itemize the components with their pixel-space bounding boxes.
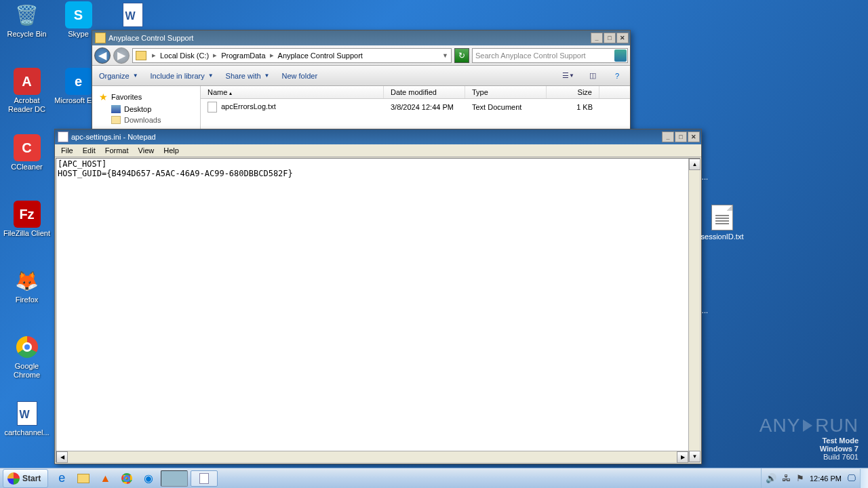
column-name[interactable]: Name ▴ [201,86,384,98]
search-icon[interactable] [614,49,627,62]
taskbar-folder-active[interactable] [161,470,188,487]
anyrun-logo: ANYRUN [760,415,859,436]
scroll-down-button[interactable]: ▼ [689,451,701,462]
taskbar-ie[interactable]: e [52,470,71,487]
include-library-button[interactable]: Include in library▼ [151,72,214,80]
text-file-icon [711,205,733,230]
tray-monitor-icon[interactable]: 🖵 [847,473,856,483]
desktop-icon-cartchannel-[interactable]: Wcartchannel... [1,400,52,437]
maximize-button[interactable]: □ [604,33,616,43]
scroll-left-button[interactable]: ◀ [56,451,68,463]
explorer-titlebar[interactable]: Anyplace Control Support _ □ ✕ [92,30,630,45]
system-tray: 🔊 🖧 ⚑ 12:46 PM 🖵 [761,468,860,488]
help-icon[interactable]: ? [611,70,623,82]
icon-label: Firefox [1,296,52,304]
text-editor[interactable]: [APC_HOST] HOST_GUID={B494D657-A5AC-46A9… [56,159,688,462]
icon-label: Google Chrome [1,362,52,380]
desktop-icon-firefox[interactable]: 🦊Firefox [1,267,52,304]
breadcrumb-item[interactable]: Local Disk (C:) [159,52,210,60]
folder-icon [136,51,146,60]
menubar: File Edit Format View Help [55,144,701,157]
taskbar-chrome[interactable] [117,470,136,487]
organize-button[interactable]: Organize▼ [99,72,138,80]
icon-label: FileZilla Client [1,229,52,238]
favorites-group[interactable]: ★Favorites [96,90,196,104]
menu-file[interactable]: File [56,146,78,155]
address-bar: ◀ ▶ ▸ Local Disk (C:) ▸ ProgramData ▸ An… [92,45,630,66]
windows-logo-icon [7,472,20,485]
search-placeholder: Search Anyplace Control Support [475,52,586,60]
build-label: Build 7601 [760,453,859,461]
taskbar-explorer[interactable] [74,470,93,487]
close-button[interactable]: ✕ [688,131,700,142]
explorer-title: Anyplace Control Support [108,34,591,42]
truncated-label: ... [702,173,708,181]
taskbar-edge[interactable]: ◉ [139,470,158,487]
desktop-file-sessionid[interactable]: sessionID.txt [698,205,746,241]
minimize-button[interactable]: _ [662,131,674,142]
notepad-title: apc-settings.ini - Notepad [71,133,662,141]
taskbar-notepad-active[interactable] [191,470,218,487]
taskbar: Start e ▲ ◉ 🔊 🖧 ⚑ 12:46 PM 🖵 [0,468,868,488]
horizontal-scrollbar[interactable]: ◀ ▶ [56,451,688,462]
network-icon[interactable]: 🖧 [782,473,791,483]
menu-view[interactable]: View [134,146,159,155]
menu-edit[interactable]: Edit [78,146,100,155]
column-date[interactable]: Date modified [384,86,465,98]
notepad-window: apc-settings.ini - Notepad _ □ ✕ File Ed… [54,129,702,464]
nav-desktop[interactable]: Desktop [96,104,196,115]
search-input[interactable]: Search Anyplace Control Support [472,48,628,63]
file-row[interactable]: apcErrorsLog.txt 3/8/2024 12:44 PM Text … [201,99,630,115]
new-folder-button[interactable]: New folder [281,72,317,80]
text-file-icon [208,102,217,113]
column-type[interactable]: Type [465,86,547,98]
view-icon[interactable]: ☰ ▼ [562,70,574,82]
menu-help[interactable]: Help [159,146,184,155]
nav-downloads[interactable]: Downloads [96,115,196,125]
back-button[interactable]: ◀ [94,47,111,64]
desktop-icon-file[interactable]: W [107,1,158,30]
notepad-icon [58,131,68,142]
clock[interactable]: 12:46 PM [810,474,842,483]
desktop-icon-ccleaner[interactable]: CCCleaner [1,134,52,171]
show-desktop-button[interactable] [860,469,868,488]
breadcrumb-item[interactable]: Anyplace Control Support [277,52,364,60]
flag-icon[interactable]: ⚑ [796,473,804,483]
scroll-right-button[interactable]: ▶ [677,451,688,463]
breadcrumb[interactable]: ▸ Local Disk (C:) ▸ ProgramData ▸ Anypla… [132,48,452,63]
test-mode-label: Test Mode [760,436,859,445]
icon-label: Acrobat Reader DC [1,96,52,114]
icon-label: cartchannel... [1,428,52,437]
folder-icon [95,33,106,43]
taskbar-vlc[interactable]: ▲ [96,470,115,487]
share-with-button[interactable]: Share with▼ [226,72,270,80]
preview-pane-icon[interactable]: ◫ [587,70,599,82]
desktop-icon-google-chrome[interactable]: Google Chrome [1,333,52,380]
desktop-icon-acrobat-reader-dc[interactable]: AAcrobat Reader DC [1,68,52,114]
desktop-icon-filezilla-client[interactable]: FzFileZilla Client [1,201,52,238]
watermark: ANYRUN Test Mode Windows 7 Build 7601 [760,415,859,461]
minimize-button[interactable]: _ [591,33,603,43]
forward-button[interactable]: ▶ [113,47,130,64]
maximize-button[interactable]: □ [675,131,687,142]
refresh-button[interactable]: ↻ [454,48,469,63]
icon-label: CCleaner [1,163,52,171]
truncated-label: ... [702,306,708,314]
close-button[interactable]: ✕ [616,33,629,43]
desktop-icon-recycle-bin[interactable]: 🗑️Recycle Bin [1,1,52,39]
icon-label: Recycle Bin [1,30,52,39]
start-button[interactable]: Start [3,469,48,488]
explorer-toolbar: Organize▼ Include in library▼ Share with… [92,66,630,86]
volume-icon[interactable]: 🔊 [766,473,776,483]
menu-format[interactable]: Format [100,146,134,155]
os-label: Windows 7 [760,445,859,453]
notepad-titlebar[interactable]: apc-settings.ini - Notepad _ □ ✕ [55,129,701,144]
scroll-up-button[interactable]: ▲ [689,159,701,170]
column-size[interactable]: Size [547,86,599,98]
breadcrumb-item[interactable]: ProgramData [220,52,267,60]
